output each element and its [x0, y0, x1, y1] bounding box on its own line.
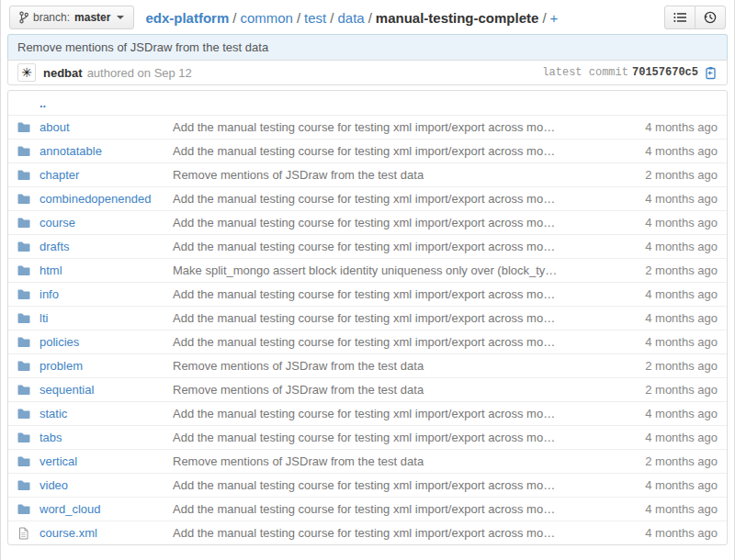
file-age: 4 months ago [594, 502, 718, 516]
file-list-button[interactable] [664, 6, 695, 29]
table-row: policies Add the manual testing course f… [8, 330, 727, 353]
breadcrumb-link[interactable]: common [240, 10, 293, 26]
file-name-link[interactable]: combinedopenended [40, 192, 173, 206]
file-name-link[interactable]: drafts [40, 240, 173, 253]
authored-date: authored on Sep 12 [87, 66, 192, 80]
clipboard-icon [704, 66, 718, 80]
file-age: 4 months ago [594, 526, 718, 540]
table-row: combinedopenended Add the manual testing… [8, 186, 727, 210]
folder-icon [17, 503, 30, 515]
file-age: 4 months ago [594, 431, 718, 444]
git-branch-icon [19, 11, 28, 24]
commit-message-link[interactable]: Add the manual testing course for testin… [173, 335, 594, 349]
folder-icon [17, 193, 30, 205]
breadcrumb-link[interactable]: data [337, 10, 364, 26]
commit-message-link[interactable]: Remove mentions of JSDraw from the test … [173, 359, 594, 373]
folder-icon [17, 408, 30, 420]
file-age: 2 months ago [594, 383, 718, 397]
commit-message-link[interactable]: Add the manual testing course for testin… [173, 192, 594, 206]
table-row: video Add the manual testing course for … [8, 473, 727, 497]
file-name-link[interactable]: policies [40, 335, 173, 349]
commit-message-link[interactable]: Add the manual testing course for testin… [173, 216, 594, 230]
commit-message-link[interactable]: Add the manual testing course for testin… [173, 287, 594, 301]
commit-message-link[interactable]: Add the manual testing course for testin… [173, 526, 594, 540]
file-name-link[interactable]: chapter [40, 168, 173, 182]
breadcrumb-separator: / [297, 10, 300, 26]
table-row: annotatable Add the manual testing cours… [8, 139, 727, 162]
table-row: about Add the manual testing course for … [8, 115, 727, 139]
file-name-link[interactable]: video [40, 478, 173, 492]
file-age: 4 months ago [594, 407, 718, 420]
breadcrumb-bar: branch: master edx-platform/common/test/… [7, 0, 728, 34]
folder-icon [17, 336, 30, 348]
table-row-up: .. [8, 91, 727, 115]
file-age: 4 months ago [594, 144, 718, 158]
commit-message-link[interactable]: Add the manual testing course for testin… [173, 502, 594, 516]
table-row: tabs Add the manual testing course for t… [8, 425, 727, 449]
folder-icon [17, 455, 30, 467]
table-row: problem Remove mentions of JSDraw from t… [8, 353, 727, 377]
breadcrumb-separator: / [330, 10, 334, 26]
file-name-link[interactable]: vertical [40, 454, 173, 468]
file-name-link[interactable]: annotatable [40, 144, 173, 158]
table-row: course.xml Add the manual testing course… [8, 521, 727, 544]
branch-label: branch: [33, 11, 70, 24]
file-name-link[interactable]: course.xml [40, 526, 173, 540]
commit-message-link[interactable]: Add the manual testing course for testin… [173, 431, 594, 444]
folder-icon [17, 479, 30, 491]
file-name-link[interactable]: lti [40, 311, 173, 325]
folder-icon [17, 145, 30, 157]
file-name-link[interactable]: about [40, 120, 173, 134]
author-link[interactable]: nedbat [43, 66, 83, 80]
commit-message-link[interactable]: Remove mentions of JSDraw from the test … [173, 383, 594, 397]
folder-icon [17, 217, 30, 229]
commit-message-text[interactable]: Remove mentions of JSDraw from the test … [17, 40, 268, 54]
folder-icon [17, 312, 30, 324]
new-file-link[interactable]: + [550, 10, 559, 26]
latest-commit-label: latest commit [542, 66, 628, 79]
file-age: 4 months ago [594, 287, 718, 301]
table-row: chapter Remove mentions of JSDraw from t… [8, 162, 727, 186]
file-age: 4 months ago [594, 311, 718, 325]
folder-icon [17, 288, 30, 300]
commit-message-link[interactable]: Remove mentions of JSDraw from the test … [173, 168, 594, 182]
commit-message-link[interactable]: Remove mentions of JSDraw from the test … [173, 454, 594, 468]
breadcrumb-separator: / [368, 10, 372, 26]
folder-icon [17, 241, 30, 252]
folder-icon [17, 431, 30, 443]
file-name-link[interactable]: sequential [40, 383, 173, 397]
file-name-link[interactable]: course [40, 216, 173, 230]
commit-hash[interactable]: 70157670c5 [632, 66, 698, 79]
history-button[interactable] [695, 6, 726, 29]
commit-message-link[interactable]: Make split_mongo assert block identity u… [173, 263, 594, 277]
folder-icon [17, 384, 30, 396]
file-name-link[interactable]: problem [40, 359, 173, 373]
breadcrumb-link[interactable]: test [304, 10, 326, 26]
copy-commit-button[interactable] [702, 66, 718, 80]
file-age: 4 months ago [594, 478, 718, 492]
commit-message-link[interactable]: Add the manual testing course for testin… [173, 407, 594, 420]
file-name-link[interactable]: html [40, 263, 173, 277]
commit-message-link[interactable]: Add the manual testing course for testin… [173, 478, 594, 492]
folder-icon [17, 264, 30, 276]
file-icon [17, 527, 29, 540]
file-name-link[interactable]: word_cloud [40, 502, 173, 516]
commit-message-link[interactable]: Add the manual testing course for testin… [173, 120, 594, 134]
file-name-link[interactable]: info [40, 287, 173, 301]
avatar[interactable]: ✳ [17, 63, 36, 82]
table-row: html Make split_mongo assert block ident… [8, 258, 727, 282]
table-row: info Add the manual testing course for t… [8, 282, 727, 306]
file-age: 4 months ago [594, 335, 718, 349]
file-age: 4 months ago [594, 240, 718, 253]
branch-selector-button[interactable]: branch: master [9, 6, 134, 29]
folder-icon [17, 121, 30, 133]
table-row: word_cloud Add the manual testing course… [8, 497, 727, 521]
commit-message-link[interactable]: Add the manual testing course for testin… [173, 240, 594, 253]
commit-message-link[interactable]: Add the manual testing course for testin… [173, 144, 594, 158]
table-row: sequential Remove mentions of JSDraw fro… [8, 377, 727, 401]
file-name-link[interactable]: static [40, 407, 173, 420]
file-name-link[interactable]: tabs [40, 431, 173, 444]
breadcrumb-link[interactable]: edx-platform [145, 10, 229, 26]
up-directory-link[interactable]: .. [40, 96, 173, 110]
commit-message-link[interactable]: Add the manual testing course for testin… [173, 311, 594, 325]
